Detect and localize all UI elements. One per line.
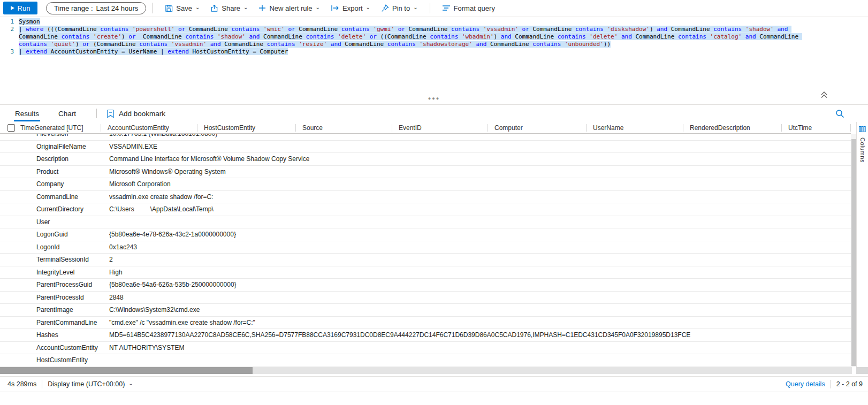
line-number: 3 <box>0 48 14 56</box>
field-name: Hashes <box>36 331 109 339</box>
detail-row[interactable]: ParentProcessGuid{5b80ea6e-54a6-626a-535… <box>0 279 851 292</box>
field-value: Microsoft Corporation <box>109 180 171 188</box>
save-button[interactable]: Save ⌄ <box>165 4 200 12</box>
field-value: C:\Users \AppData\Local\Temp\ <box>109 205 214 213</box>
toolbar-divider <box>430 3 430 13</box>
code-line[interactable]: 2| where (((CommandLine contains 'powers… <box>0 26 814 48</box>
collapse-editor-button[interactable] <box>820 91 828 101</box>
code-line[interactable]: 3| extend AccountCustomEntity = UserName… <box>0 48 814 56</box>
detail-row[interactable]: HostCustomEntity <box>0 354 851 367</box>
search-results-button[interactable] <box>835 109 844 120</box>
display-time-dropdown[interactable]: Display time (UTC+00:00) ⌄ <box>48 380 133 388</box>
double-chevron-up-icon <box>820 91 828 99</box>
detail-row[interactable]: HashesMD5=614B5C4238977130AA2270C8AD58CE… <box>0 329 851 342</box>
editor-results-splitter[interactable]: ●●● <box>0 95 868 104</box>
field-name: CommandLine <box>36 193 109 201</box>
new-alert-rule-button[interactable]: New alert rule ⌄ <box>258 4 320 12</box>
horizontal-scrollbar-thumb[interactable] <box>0 367 253 374</box>
detail-row[interactable]: OriginalFileNameVSSADMIN.EXE <box>0 141 851 154</box>
field-name: HostCustomEntity <box>36 356 109 364</box>
field-name: ParentProcessGuid <box>36 281 109 288</box>
detail-row[interactable]: CommandLinevssadmin.exe create shadow /f… <box>0 191 851 204</box>
code-lines: 1Sysmon2| where (((CommandLine contains … <box>0 18 814 56</box>
column-header[interactable]: Source <box>296 122 392 133</box>
run-button-label: Run <box>18 4 31 12</box>
tab-chart-label: Chart <box>58 110 76 118</box>
column-header-label: UtcTime <box>788 124 812 132</box>
format-query-label: Format query <box>454 4 495 12</box>
horizontal-scrollbar[interactable] <box>0 367 852 374</box>
column-resize-handle[interactable] <box>850 124 851 132</box>
detail-row[interactable]: AccountCustomEntityNT AUTHORITY\SYSTEM <box>0 342 851 355</box>
field-name: IntegrityLevel <box>36 269 109 276</box>
column-header-label: Computer <box>494 124 523 132</box>
field-value: {5b80ea6e-54a6-626a-535b-250000000000} <box>109 281 237 288</box>
column-header[interactable]: AccountCustomEntity <box>101 122 197 133</box>
field-name: Description <box>36 155 109 163</box>
detail-row[interactable]: LogonGuid{5b80ea6e-4e78-626a-43c2-1a0000… <box>0 228 851 241</box>
column-header[interactable]: UtcTime <box>782 122 851 133</box>
status-bar-divider <box>42 380 42 388</box>
query-duration: 4s 289ms <box>7 380 36 388</box>
toolbar-divider <box>153 3 153 13</box>
field-value: High <box>109 269 123 276</box>
field-name: CurrentDirectory <box>36 205 109 213</box>
new-alert-rule-label: New alert rule <box>269 4 312 12</box>
column-header[interactable]: RenderedDescription <box>683 122 782 133</box>
select-all-checkbox[interactable] <box>7 124 15 132</box>
column-header[interactable]: Computer <box>488 122 587 133</box>
detail-row[interactable]: ProductMicrosoft® Windows® Operating Sys… <box>0 166 851 179</box>
kql-query-editor[interactable]: 1Sysmon2| where (((CommandLine contains … <box>0 17 868 95</box>
detail-row[interactable]: LogonId0x1ac243 <box>0 241 851 254</box>
format-query-button[interactable]: Format query <box>442 4 495 12</box>
detail-row[interactable]: IntegrityLevelHigh <box>0 266 851 279</box>
column-header[interactable]: UserName <box>587 122 683 133</box>
detail-row[interactable]: TerminalSessionId2 <box>0 254 851 266</box>
share-button[interactable]: Share ⌄ <box>210 4 248 12</box>
time-range-picker[interactable]: Time range : Last 24 hours <box>46 2 146 14</box>
display-time-label: Display time (UTC+00:00) <box>48 380 125 388</box>
export-button[interactable]: Export ⌄ <box>331 4 370 12</box>
code-line[interactable]: 1Sysmon <box>0 18 814 26</box>
detail-row[interactable]: ParentCommandLine"cmd.exe" /c "vssadmin.… <box>0 317 851 330</box>
field-name: AccountCustomEntity <box>36 344 109 351</box>
add-bookmark-button[interactable]: Add bookmark <box>106 109 165 118</box>
splitter-handle-icon[interactable]: ●●● <box>428 96 440 101</box>
field-name: ParentCommandLine <box>36 319 109 326</box>
column-header[interactable]: HostCustomEntity <box>197 122 296 133</box>
query-details-link[interactable]: Query details <box>786 380 825 388</box>
detail-row[interactable]: DescriptionCommand Line Interface for Mi… <box>0 153 851 166</box>
save-label: Save <box>176 4 192 12</box>
field-name: User <box>36 218 109 226</box>
column-header-label: TimeGenerated [UTC] <box>20 124 83 132</box>
field-name: LogonGuid <box>36 231 109 238</box>
field-name: Company <box>36 180 109 188</box>
tab-chart[interactable]: Chart <box>58 105 76 123</box>
column-header-label: EventID <box>399 124 422 132</box>
chevron-down-icon: ⌄ <box>243 5 248 10</box>
tab-results[interactable]: Results <box>15 105 39 123</box>
results-toolbar-divider <box>96 109 97 118</box>
field-value: 0x1ac243 <box>109 243 137 251</box>
column-header[interactable]: TimeGenerated [UTC] <box>0 122 101 133</box>
results-status-bar: 4s 289ms Display time (UTC+00:00) ⌄ Quer… <box>0 376 868 392</box>
detail-row[interactable]: CurrentDirectoryC:\Users \AppData\Local\… <box>0 203 851 216</box>
detail-row[interactable]: CompanyMicrosoft Corporation <box>0 178 851 191</box>
run-button[interactable]: Run <box>3 2 37 14</box>
column-header-label: AccountCustomEntity <box>108 124 169 132</box>
columns-panel-toggle[interactable]: Columns <box>856 122 868 367</box>
vertical-scrollbar-thumb[interactable] <box>851 139 856 366</box>
detail-row[interactable]: FileVersion10.0.17763.1 (WinBuild.160101… <box>0 134 851 141</box>
detail-row[interactable]: User <box>0 216 851 229</box>
column-header[interactable]: EventID <box>392 122 488 133</box>
field-name: ParentImage <box>36 306 109 314</box>
code-text: | where (((CommandLine contains 'powersh… <box>19 26 814 48</box>
field-value: 2 <box>109 256 113 263</box>
detail-row[interactable]: ParentImageC:\Windows\System32\cmd.exe <box>0 304 851 317</box>
field-name: FileVersion <box>36 134 109 137</box>
results-detail-rows: FileVersion10.0.17763.1 (WinBuild.160101… <box>0 134 851 367</box>
line-number: 1 <box>0 18 14 26</box>
export-label: Export <box>342 4 363 12</box>
pin-to-button[interactable]: Pin to ⌄ <box>381 4 418 12</box>
detail-row[interactable]: ParentProcessId2848 <box>0 292 851 304</box>
